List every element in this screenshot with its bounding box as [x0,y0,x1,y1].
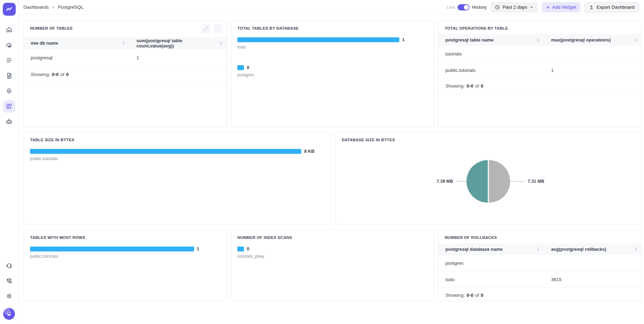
history-label: History [472,5,487,10]
table-row: postgresql 1 [24,49,227,67]
pie-slice-left[interactable] [467,160,488,203]
pie-chart: 7.39 MB 7.31 MB [335,133,642,225]
widget-title: TABLE SIZE IN BYTES [30,138,74,142]
bar-postgres[interactable] [237,65,244,70]
column-header[interactable]: sum(postgresql table count,value(avg)) [129,38,227,48]
widget-menu-button[interactable]: ··· [213,24,223,33]
widget-database-size-in-bytes: DATABASE SIZE IN BYTES 7.39 MB 7.31 MB [335,132,642,225]
live-label: Live [446,5,455,10]
bar-value: 8 KB [304,149,314,154]
cell-value: 3615 [544,277,642,282]
sort-icon[interactable] [635,38,637,42]
breadcrumb-separator: > [52,5,55,10]
bot-icon[interactable] [3,115,15,128]
column-label: mw db name [31,40,58,46]
topbar-controls: Live History Past 2 days + Add Widget Ex… [446,2,639,13]
widget-tables-with-most-rows: TABLES WITH MOST ROWS 1 public.tutorials [23,230,227,301]
logs-icon[interactable] [3,54,15,67]
column-label: postgresql table name [445,37,494,43]
bar-label: todo [237,45,428,50]
table-header: postgresql database name avg(postgresql … [438,243,642,255]
showing-status: Showing: 0-0 of 0 [438,288,642,301]
bar-value: 1 [197,246,199,251]
bar-row: 1 public.tutorials [30,246,221,259]
bar-public-tutorials[interactable] [30,247,194,251]
time-range-button[interactable]: Past 2 days [490,2,538,13]
add-widget-label: Add Widget [552,5,576,10]
dashboard-grid: NUMBER OF TABLES ··· mw db name sum(post… [18,15,644,324]
export-dashboard-button[interactable]: Export Dashboard [584,2,639,13]
sort-icon[interactable] [123,42,125,45]
chevron-down-icon [530,5,534,9]
add-widget-button[interactable]: + Add Widget [542,2,580,13]
widget-total-tables-by-database: TOTAL TABLES BY DATABASE 1 todo 0 postgr… [231,21,435,127]
cell-db-name: postgres [438,261,544,266]
home-icon[interactable] [3,23,15,36]
infrastructure-icon[interactable] [3,39,15,51]
dashboards-icon[interactable] [3,100,15,113]
sort-icon[interactable] [220,42,222,45]
column-header[interactable]: postgresql table name [438,37,544,43]
pie-label-left: 7.39 MB [437,179,453,184]
bar-tutorials-pkey[interactable] [237,247,244,251]
bar-value: 0 [247,246,249,251]
widget-number-of-rollbacks: NUMBER OF ROLLBACKS postgresql database … [438,230,642,301]
sort-icon[interactable] [537,38,539,42]
column-label: sum(postgresql table count,value(avg)) [136,38,220,48]
column-header[interactable]: mw db name [24,40,129,46]
column-header[interactable]: max(postgresql operations) [544,37,642,43]
bar-label: tutorials_pkey [237,254,428,259]
alerts-icon[interactable] [3,85,15,97]
table-row: postgres [438,255,642,271]
widget-title: NUMBER OF ROLLBACKS [445,235,497,240]
sort-icon[interactable] [635,248,637,251]
bar-todo[interactable] [237,37,399,42]
widget-title: NUMBER OF TABLES [30,26,73,30]
bar-public-tutorials[interactable] [30,149,301,154]
widget-title: TOTAL TABLES BY DATABASE [237,26,299,30]
expand-icon [203,27,208,31]
bar-row: 0 tutorials_pkey [237,246,428,259]
table-header: postgresql table name max(postgresql ope… [438,34,642,46]
user-avatar[interactable] [3,308,15,320]
sidebar [0,0,18,324]
widget-actions: ··· [201,24,223,33]
history-toggle[interactable] [458,4,469,10]
bar-chart: 0 tutorials_pkey [231,243,434,259]
breadcrumb: Dashboards > PostgreSQL [23,5,83,10]
support-icon[interactable] [3,259,15,272]
plus-icon: + [546,4,549,10]
table-row: todo 3615 [438,271,642,288]
pie-label-right: 7.31 MB [528,179,544,184]
breadcrumb-dashboards[interactable]: Dashboards [23,5,49,10]
settings-icon[interactable] [3,290,15,302]
widget-title: NUMBER OF INDEX SCANS [237,235,292,240]
app-logo[interactable] [3,3,16,16]
bar-label: postgres [237,73,428,77]
bar-label: public.tutorials [30,254,221,259]
column-header[interactable]: avg(postgresql rollbacks) [544,247,642,252]
cell-value: 1 [544,68,642,73]
column-label: postgresql database name [445,247,503,252]
reports-icon[interactable] [3,69,15,82]
topbar: Dashboards > PostgreSQL Live History Pas… [18,0,644,15]
bar-value: 0 [247,65,249,70]
expand-widget-button[interactable] [201,24,210,33]
cell-db-name: todo [438,277,544,282]
live-history-switch: Live History [446,4,487,10]
cell-db-name: postgresql [24,55,129,60]
export-dashboard-label: Export Dashboard [597,5,635,10]
pie-slice-right[interactable] [489,160,510,203]
integrations-icon[interactable] [3,274,15,287]
toggle-knob [464,5,469,10]
showing-status: Showing: 0-0 of 0 [24,67,227,82]
sort-icon[interactable] [537,248,539,251]
widget-title: TOTAL OPERATIONS BY TABLE [445,26,508,30]
bar-row: 0 postgres [237,65,428,77]
bar-label: public.tutorials [30,156,325,161]
column-header[interactable]: postgresql database name [438,247,544,252]
showing-status: Showing: 0-0 of 0 [438,78,642,94]
column-label: max(postgresql operations) [551,37,611,43]
bar-row: 1 todo [237,37,428,50]
widget-number-of-index-scans: NUMBER OF INDEX SCANS 0 tutorials_pkey [231,230,435,301]
